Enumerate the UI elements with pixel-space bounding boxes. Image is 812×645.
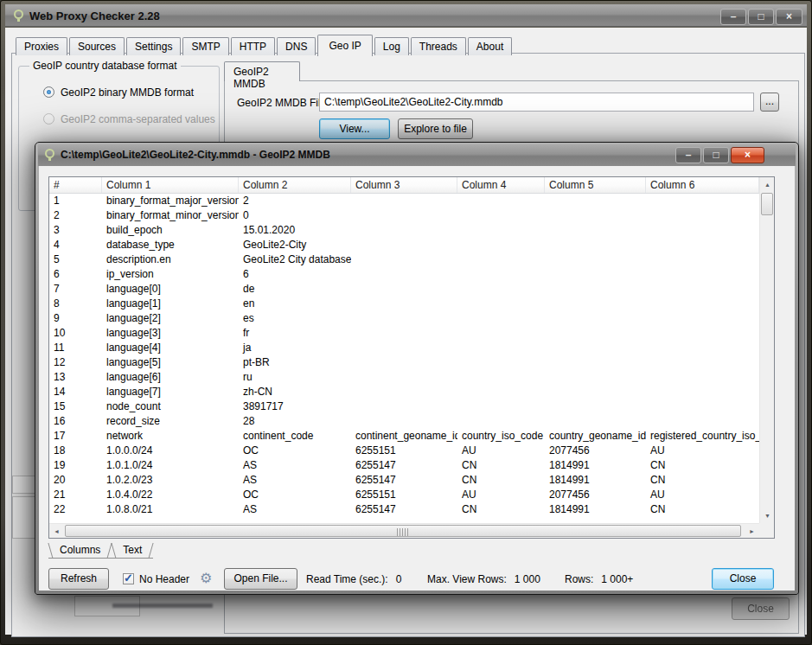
scroll-up-icon[interactable]: ▲ (760, 177, 775, 192)
column-header[interactable]: Column 6 (646, 177, 759, 193)
table-cell (646, 208, 759, 223)
table-cell (351, 297, 457, 311)
table-cell: 6255151 (351, 444, 457, 458)
scroll-down-icon[interactable]: ▼ (760, 508, 775, 523)
dialog-maximize-button[interactable]: □ (703, 147, 729, 163)
tab-sources[interactable]: Sources (69, 37, 125, 55)
table-row[interactable]: 13language[6]ru (49, 370, 759, 385)
dialog-close-action-button[interactable]: Close (712, 568, 774, 590)
maximize-button[interactable]: □ (748, 9, 774, 25)
table-cell: AU (457, 488, 545, 502)
browse-button[interactable]: ... (760, 93, 779, 112)
table-row[interactable]: 12language[5]pt-BR (49, 355, 759, 370)
table-cell (646, 282, 759, 297)
bottom-tab-text[interactable]: Text (112, 543, 153, 559)
tab-threads[interactable]: Threads (411, 37, 466, 55)
scroll-right-icon[interactable]: ► (745, 524, 759, 539)
tab-http[interactable]: HTTP (231, 37, 275, 55)
table-row[interactable]: 17networkcontinent_codecontinent_geoname… (49, 429, 759, 444)
table-row[interactable]: 221.0.8.0/21AS6255147CN1814991CN (49, 502, 759, 517)
column-header[interactable]: # (49, 177, 102, 193)
table-cell (457, 399, 545, 414)
table-row[interactable]: 2binary_format_minor_version0 (49, 208, 759, 223)
table-cell: fr (239, 326, 351, 341)
table-row[interactable]: 3build_epoch15.01.2020 (49, 223, 759, 238)
radio-geoip2-csv[interactable] (43, 113, 54, 125)
mmdb-file-input[interactable]: C:\temp\GeoLite2\GeoLite2-City.mmdb (319, 93, 754, 112)
scrollbar-corner (759, 523, 774, 538)
max-view-rows-stat: Max. View Rows:1 000 (427, 573, 540, 585)
table-row[interactable]: 191.0.1.0/24AS6255147CN1814991CN (49, 458, 759, 473)
open-file-button[interactable]: Open File... (224, 568, 297, 590)
settings-gear-icon[interactable]: ⚙ (200, 570, 212, 586)
tab-geo-ip[interactable]: Geo IP (317, 35, 372, 56)
table-row[interactable]: 14language[7]zh-CN (49, 385, 759, 399)
table-row[interactable]: 6ip_version6 (49, 267, 759, 282)
table-cell: 18 (49, 444, 102, 458)
table-cell: network (102, 429, 239, 444)
minimize-button[interactable]: – (720, 9, 746, 25)
tab-dns[interactable]: DNS (277, 37, 316, 55)
tab-about[interactable]: About (468, 37, 512, 55)
table-row[interactable]: 11language[4]ja (49, 341, 759, 355)
dialog-close-button[interactable]: × (731, 147, 764, 163)
table-row[interactable]: 4database_typeGeoLite2-City (49, 238, 759, 252)
horizontal-scrollbar[interactable]: ◄ ► (49, 523, 759, 538)
scroll-left-icon[interactable]: ◄ (49, 524, 64, 539)
table-cell: 2077456 (545, 488, 646, 502)
table-cell: 3891717 (239, 399, 351, 414)
close-button[interactable]: × (776, 9, 802, 25)
table-cell: 8 (49, 297, 102, 311)
radio-geoip2-mmdb[interactable] (43, 86, 54, 98)
column-header[interactable]: Column 1 (102, 177, 239, 193)
vertical-scroll-thumb[interactable] (761, 193, 773, 215)
scroll-grip (397, 528, 409, 536)
table-cell: 28 (239, 414, 351, 429)
check-icon: ✓ (124, 572, 133, 584)
column-header[interactable]: Column 2 (239, 177, 351, 193)
column-header[interactable]: Column 4 (457, 177, 545, 193)
dialog-titlebar[interactable]: C:\temp\GeoLite2\GeoLite2-City.mmdb - Ge… (38, 144, 796, 166)
table-cell: AS (239, 502, 351, 517)
table-row[interactable]: 201.0.2.0/23AS6255147CN1814991CN (49, 473, 759, 488)
view-button[interactable]: View... (319, 118, 390, 139)
table-cell: registered_country_iso_code (646, 429, 759, 444)
table-row[interactable]: 1binary_format_major_version2 (49, 194, 759, 208)
table-cell (351, 267, 457, 282)
table-row[interactable]: 9language[2]es (49, 311, 759, 326)
tab-geoip2-mmdb[interactable]: GeoIP2 MMDB (224, 61, 300, 81)
column-header[interactable]: Column 5 (545, 177, 646, 193)
tab-settings[interactable]: Settings (126, 37, 181, 55)
table-cell: ja (239, 341, 351, 355)
table-row[interactable]: 15node_count3891717 (49, 399, 759, 414)
table-row[interactable]: 16record_size28 (49, 414, 759, 429)
table-cell (646, 311, 759, 326)
tab-log[interactable]: Log (374, 37, 409, 55)
horizontal-scroll-thumb[interactable] (65, 525, 741, 537)
bottom-tab-columns[interactable]: Columns (48, 543, 112, 559)
refresh-button[interactable]: Refresh (48, 568, 109, 590)
table-cell: 7 (49, 282, 102, 297)
table-cell (457, 297, 545, 311)
table-cell (545, 208, 646, 223)
table-cell: language[0] (102, 282, 239, 297)
column-header[interactable]: Column 3 (351, 177, 457, 193)
table-cell (457, 355, 545, 370)
dialog-minimize-button[interactable]: – (675, 147, 701, 163)
background-close-button[interactable]: Close (732, 597, 790, 620)
table-cell: en (239, 297, 351, 311)
table-row[interactable]: 8language[1]en (49, 297, 759, 311)
main-titlebar[interactable]: Web Proxy Checker 2.28 – □ × (5, 4, 807, 27)
table-cell: GeoLite2 City database (239, 252, 351, 267)
explore-to-file-button[interactable]: Explore to file (398, 118, 473, 139)
table-row[interactable]: 5description.enGeoLite2 City database (49, 252, 759, 267)
vertical-scrollbar[interactable]: ▲ ▼ (759, 177, 774, 523)
tab-smtp[interactable]: SMTP (182, 37, 228, 55)
table-row[interactable]: 181.0.0.0/24OC6255151AU2077456AU (49, 444, 759, 458)
tab-proxies[interactable]: Proxies (16, 37, 67, 55)
table-cell: 1.0.2.0/23 (102, 473, 239, 488)
table-row[interactable]: 211.0.4.0/22OC6255151AU2077456AU (49, 488, 759, 502)
no-header-checkbox[interactable]: ✓ (123, 573, 134, 584)
table-row[interactable]: 10language[3]fr (49, 326, 759, 341)
table-row[interactable]: 7language[0]de (49, 282, 759, 297)
